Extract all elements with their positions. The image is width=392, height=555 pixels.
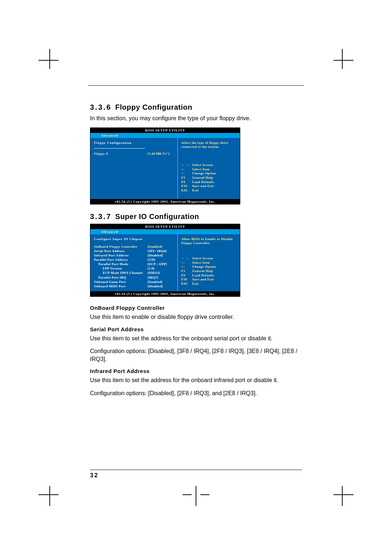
page-content: 3.3.6 Floppy Configuration In this secti… <box>90 85 302 402</box>
bios-screenshot-superio: BIOS SETUP UTILITY Advanced Configure Su… <box>90 224 240 297</box>
bios-left-panel: Floppy Configuration Floppy A [1.44 MB 3… <box>90 138 178 199</box>
item-body: Configuration options: [Disabled], [2F8 … <box>90 389 302 397</box>
section-heading-superio: 3.3.7 Super IO Configuration <box>90 212 302 221</box>
bios-panel-title: Configure Super IO Chipset <box>94 237 174 242</box>
bios-item-label: Floppy A <box>94 151 148 156</box>
bios-footer: v02.54 (C) Copyright 1985-2003, American… <box>90 199 240 204</box>
bios-panel-title: Floppy Configuration <box>94 141 174 145</box>
section-heading-floppy: 3.3.6 Floppy Configuration <box>90 103 302 112</box>
bios-footer: v02.54 (C) Copyright 1985-2003, American… <box>90 291 240 296</box>
section-number: 3.3.7 <box>90 212 111 220</box>
bios-item-value: [1.44 MB 3½"] <box>148 151 174 156</box>
item-body: Configuration options: [Disabled], [3F8 … <box>90 347 302 363</box>
bios-key-legend: ← →Select Screen ↑↓Select Item +-Change … <box>181 256 236 286</box>
item-body: Use this item to enable or disable flopp… <box>90 313 302 321</box>
bios-tab-advanced: Advanced <box>90 133 240 138</box>
item-title-serial-port: Serial Port Address <box>90 326 302 332</box>
bios-key-legend: ← →Select Screen ↑↓Select Item +-Change … <box>181 163 236 193</box>
section-title: Floppy Configuration <box>115 103 192 111</box>
section-number: 3.3.6 <box>90 103 111 111</box>
bios-help-panel: Select the type of floppy drive connecte… <box>178 138 240 199</box>
top-rule <box>88 85 304 86</box>
bios-left-panel: Configure Super IO Chipset OnBoard Flopp… <box>90 234 178 291</box>
bios-help-text: Select the type of floppy drive connecte… <box>181 141 236 149</box>
section-title: Super IO Configuration <box>115 212 199 220</box>
item-title-floppy-controller: OnBoard Floppy Controller <box>90 305 302 311</box>
bios-help-panel: Allow BIOS to Enable or Disable Floppy C… <box>178 234 240 291</box>
item-title-infrared-port: Infrared Port Address <box>90 368 302 374</box>
bios-screenshot-floppy: BIOS SETUP UTILITY Advanced Floppy Confi… <box>90 127 240 204</box>
bios-help-text: Allow BIOS to Enable or Disable Floppy C… <box>181 237 236 246</box>
item-body: Use this item to set the address for the… <box>90 376 302 384</box>
bios-tab-advanced: Advanced <box>90 229 240 234</box>
page-number: 32 <box>90 472 99 478</box>
item-body: Use this item to set the address for the… <box>90 335 302 343</box>
bios-title: BIOS SETUP UTILITY <box>90 224 240 229</box>
section-intro: In this section, you may configure the t… <box>90 114 302 122</box>
bios-title: BIOS SETUP UTILITY <box>90 128 240 133</box>
page-footer: 32 <box>90 470 302 479</box>
